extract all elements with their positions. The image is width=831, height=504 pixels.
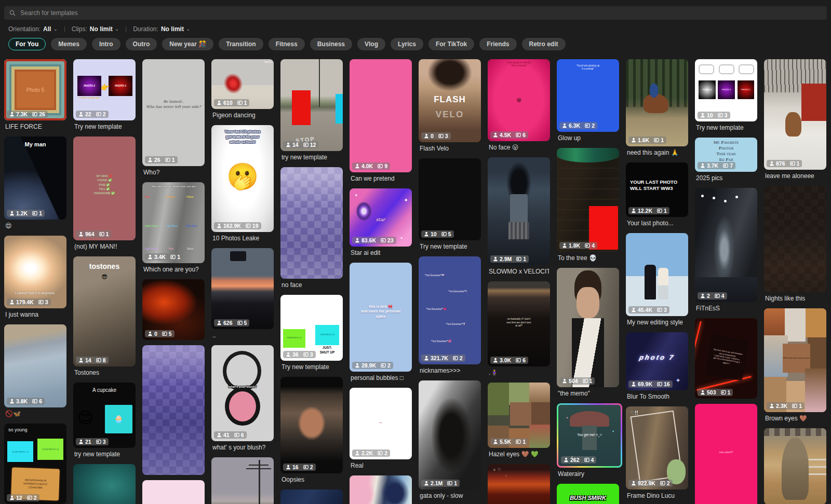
- template-card[interactable]: [142, 345, 205, 480]
- template-card[interactable]: Ask your friends which one you areRedOra…: [142, 182, 205, 279]
- template-thumbnail[interactable]: star✦✦✦83.6K23: [350, 188, 412, 247]
- template-card[interactable]: STOP1412try new template: [280, 59, 343, 167]
- template-thumbnail[interactable]: 05: [142, 279, 205, 340]
- template-card[interactable]: 105Try new template: [419, 158, 481, 256]
- template-thumbnail[interactable]: YOUR LAST PHOTO WILL START WW312.2K1: [626, 162, 688, 217]
- template-card[interactable]: no face: [280, 167, 343, 295]
- template-thumbnail[interactable]: me core!!!: [695, 404, 757, 504]
- template-card[interactable]: I cannot hold it in anymore.179.4K3I jus…: [4, 236, 66, 324]
- template-card[interactable]: [211, 457, 274, 504]
- template-card[interactable]: 2.9M1SLOWMO x VELOCITY 🔥: [488, 157, 550, 281]
- template-card[interactable]: 2.1M1gata only - slow: [419, 380, 481, 504]
- template-thumbnail[interactable]: tostones😎148: [73, 256, 136, 366]
- template-card[interactable]: ✧ ♡♡somos la copa y el vino: [488, 464, 550, 504]
- template-card[interactable]: POV: she has brown eyes2.3K1Brown eyes 🤎: [764, 308, 826, 428]
- template-thumbnail[interactable]: My man1.2K1: [4, 137, 66, 220]
- tab-retro-edit[interactable]: Retro edit: [522, 38, 566, 50]
- template-thumbnail[interactable]: [142, 480, 205, 504]
- template-thumbnail[interactable]: Ask your friends which one you areRedOra…: [142, 182, 205, 263]
- template-card[interactable]: MY MAN ❌ YOUNG ✅ FINE ✅ TALL ✅ HANDSOME …: [73, 137, 136, 256]
- template-card[interactable]: 3.8K6🚫🦋: [4, 324, 66, 424]
- template-card[interactable]: "Good luck glowing up In a year😭"6.3K2Gl…: [557, 59, 619, 148]
- template-card[interactable]: so youngYOUR PHOTO #1YOUR PHOTO #2ABCDEF…: [4, 424, 66, 504]
- template-card[interactable]: what's your blush?416what' s your blush?: [211, 345, 274, 457]
- search-bar[interactable]: [4, 6, 827, 20]
- tab-intro[interactable]: Intro: [92, 38, 120, 50]
- template-card[interactable]: YOUR PHOTO #2YOUR PHOTO #3JUST- SHUT UP3…: [280, 295, 343, 377]
- tab-for-you[interactable]: For You: [8, 38, 46, 50]
- template-card[interactable]: *nickname*❤*nickname*‼*nickname*💗*nickna…: [419, 256, 481, 380]
- template-thumbnail[interactable]: CapCut6101: [211, 59, 274, 109]
- template-thumbnail[interactable]: [764, 428, 826, 504]
- template-card[interactable]: 1.6K1need this again 🙏: [626, 59, 688, 162]
- template-thumbnail[interactable]: STOP1412: [280, 59, 343, 151]
- template-card[interactable]: this is bob 🎀 bob loves his personal spa…: [350, 263, 412, 388]
- template-thumbnail[interactable]: You get me! >_<✦✦✦2624: [557, 403, 622, 468]
- filter-orientation[interactable]: Orientation:All⌄: [8, 25, 58, 33]
- template-card[interactable]: 05: [142, 279, 205, 345]
- template-thumbnail[interactable]: My Favorite Photos This year So Far3.7K7: [695, 138, 757, 172]
- template-thumbnail[interactable]: 24: [695, 188, 757, 302]
- template-thumbnail[interactable]: PHOTO 2PHOTO 1👉YOU'RE TOUCHING ME!!222: [73, 59, 136, 120]
- template-thumbnail[interactable]: Be honest.. Who has never left your side…: [142, 59, 205, 166]
- template-thumbnail[interactable]: –2.2K2: [350, 388, 412, 459]
- template-thumbnail[interactable]: 2.9M1: [488, 157, 550, 265]
- template-card[interactable]: My toxic trait is yu cant threaten me w …: [695, 318, 757, 404]
- template-card[interactable]: My man1.2K1😍: [4, 137, 66, 236]
- filter-clips[interactable]: Clips:No limit⌄: [72, 25, 119, 33]
- template-thumbnail[interactable]: 1.6K1: [626, 59, 688, 146]
- template-thumbnail[interactable]: [211, 457, 274, 504]
- template-thumbnail[interactable]: 6265: [211, 248, 274, 329]
- template-thumbnail[interactable]: [280, 489, 343, 504]
- template-card[interactable]: ♡!!922.9K2Frame Dino Lucu: [626, 406, 688, 504]
- template-thumbnail[interactable]: PHOTO 1: [73, 464, 136, 504]
- template-card[interactable]: 6265..: [211, 248, 274, 345]
- search-input[interactable]: [19, 9, 822, 17]
- filter-duration[interactable]: Duration:No limit⌄: [133, 25, 190, 33]
- template-card[interactable]: star✦✦✦83.6K23Star ai edit: [350, 188, 412, 263]
- template-thumbnail[interactable]: this is bob 🎀 bob loves his personal spa…: [350, 263, 412, 372]
- tab-outro[interactable]: Outro: [126, 38, 157, 50]
- template-card[interactable]: YOUR LAST PHOTO WILL START WW312.2K1Your…: [626, 162, 688, 233]
- tab-for-tiktok[interactable]: For TikTok: [428, 38, 474, 50]
- tab-new-year[interactable]: New year 🎊: [162, 38, 213, 50]
- template-card[interactable]: 162Oopsies: [280, 377, 343, 489]
- template-thumbnail[interactable]: 1.8K4: [557, 148, 619, 252]
- template-thumbnail[interactable]: [764, 186, 826, 292]
- template-card[interactable]: 24FiTnEsS: [695, 188, 757, 318]
- template-card[interactable]: [280, 489, 343, 504]
- template-card[interactable]: 1.8K4To the tree 💀: [557, 148, 619, 268]
- template-card[interactable]: (Your gorgeous face😍) *filter included*😛…: [488, 59, 550, 157]
- template-thumbnail[interactable]: what's your blush?416: [211, 345, 274, 441]
- template-card[interactable]: PHOTO 2PHOTO 1👉YOU'RE TOUCHING ME!!222Tr…: [73, 59, 136, 137]
- template-thumbnail[interactable]: [280, 167, 343, 279]
- tab-business[interactable]: Business: [310, 38, 352, 50]
- template-thumbnail[interactable]: ✧ ♡♡somos la copa y el vino: [488, 464, 550, 504]
- template-thumbnail[interactable]: 3.8K6: [4, 324, 66, 407]
- template-card[interactable]: 5041"the memo": [557, 268, 619, 403]
- template-thumbnail[interactable]: Photo 57.3K26: [4, 59, 66, 120]
- template-card[interactable]: Be honest.. Who has never left your side…: [142, 59, 205, 182]
- tab-fitness[interactable]: Fitness: [269, 38, 305, 50]
- template-thumbnail[interactable]: 41: [350, 475, 412, 504]
- template-card[interactable]: so basically if I don't text first we do…: [488, 281, 550, 383]
- template-thumbnail[interactable]: so youngYOUR PHOTO #1YOUR PHOTO #2ABCDEF…: [4, 424, 66, 504]
- template-card[interactable]: My Favorite Photos This year So Far3.7K7…: [695, 138, 757, 188]
- template-thumbnail[interactable]: PHOTO 3PHOTO 2PHOTO 1103: [695, 59, 757, 121]
- template-card[interactable]: tostones😎148Tostones: [73, 256, 136, 383]
- template-thumbnail[interactable]: 5.5K1: [488, 383, 550, 448]
- template-thumbnail[interactable]: FLASHVELO03: [419, 59, 481, 142]
- template-thumbnail[interactable]: 105: [419, 158, 481, 240]
- template-card[interactable]: 5.5K1Hazel eyes 🤎 💚: [488, 383, 550, 464]
- template-thumbnail[interactable]: *nickname*❤*nickname*‼*nickname*💗*nickna…: [419, 256, 481, 364]
- template-thumbnail[interactable]: 45.4K3: [626, 233, 688, 316]
- template-card[interactable]: A cupcake😊🧁213try new template: [73, 383, 136, 464]
- template-card[interactable]: Your last 10 photos got leaked to your w…: [211, 125, 274, 248]
- template-card[interactable]: PHOTO 1: [73, 464, 136, 504]
- template-card[interactable]: You get me! >_<✦✦✦2624Waterairy: [557, 403, 619, 484]
- template-card[interactable]: photo 7✦69.9K16Blur To Smooth: [626, 332, 688, 406]
- template-thumbnail[interactable]: A cupcake😊🧁213: [73, 383, 136, 448]
- template-thumbnail[interactable]: BUSH SMIRK: [557, 484, 619, 504]
- template-thumbnail[interactable]: My toxic trait is yu cant threaten me w …: [695, 318, 757, 399]
- template-thumbnail[interactable]: YOUR PHOTO #2YOUR PHOTO #3JUST- SHUT UP3…: [280, 295, 343, 361]
